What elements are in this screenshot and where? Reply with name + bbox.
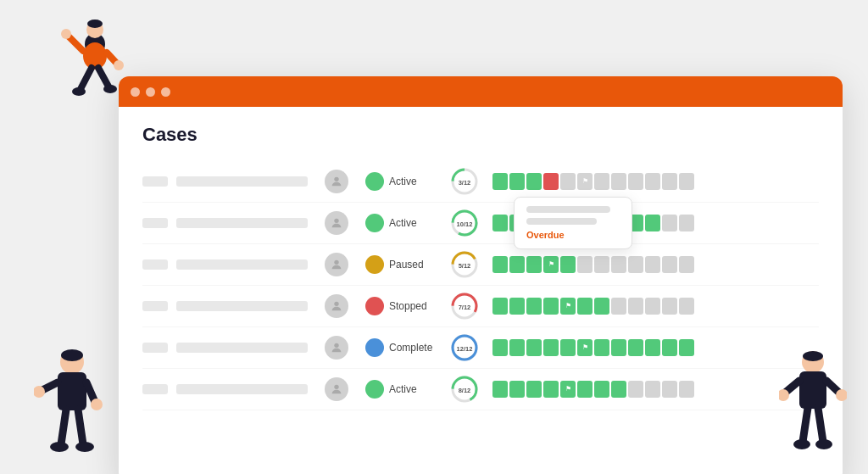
status-indicator: Complete <box>365 338 442 357</box>
svg-line-19 <box>61 410 66 444</box>
svg-text:3/12: 3/12 <box>459 179 471 187</box>
task-cell <box>594 256 609 273</box>
tooltip-line-2 <box>526 218 597 225</box>
task-cell <box>628 381 643 398</box>
table-row[interactable]: Paused 5/12 ⚑ <box>142 244 819 286</box>
progress-badge: 10/12 <box>450 209 479 237</box>
task-cell <box>543 298 559 315</box>
flag-icon: ⚑ <box>582 344 588 351</box>
task-grid: ⚑ <box>492 298 819 315</box>
task-cell <box>628 173 643 190</box>
svg-point-13 <box>61 349 83 361</box>
svg-point-2 <box>83 42 107 70</box>
svg-point-6 <box>114 60 124 70</box>
task-grid: ⚑ <box>492 173 819 190</box>
svg-text:7/12: 7/12 <box>459 304 471 311</box>
browser-content: Cases Overdue Active 3/12 ⚑Active 10/12 … <box>119 107 843 474</box>
status-dot <box>365 297 384 315</box>
task-cell <box>509 256 525 273</box>
cases-table: Active 3/12 ⚑Active 10/12 ⚑Paused 5/12 ⚑… <box>142 161 819 410</box>
svg-line-31 <box>818 408 823 442</box>
task-cell <box>679 215 694 231</box>
status-indicator: Active <box>365 380 442 399</box>
row-name-placeholder <box>176 176 308 187</box>
task-cell <box>679 173 694 190</box>
task-cell <box>509 381 525 398</box>
row-avatar <box>325 294 348 318</box>
row-avatar <box>325 253 348 276</box>
task-cell <box>662 381 677 398</box>
svg-point-32 <box>793 439 810 449</box>
svg-point-38 <box>334 219 338 223</box>
row-avatar <box>325 336 348 360</box>
page-title: Cases <box>142 124 819 146</box>
svg-point-9 <box>72 87 86 96</box>
svg-point-22 <box>75 442 94 452</box>
scene: Cases Overdue Active 3/12 ⚑Active 10/12 … <box>17 17 851 474</box>
svg-point-54 <box>334 385 338 389</box>
svg-point-4 <box>61 29 71 39</box>
task-cell: ⚑ <box>543 256 559 273</box>
svg-point-34 <box>334 177 338 181</box>
task-cell <box>509 298 525 315</box>
task-cell <box>509 339 525 356</box>
svg-point-46 <box>334 302 338 306</box>
task-cell <box>662 298 677 315</box>
table-row[interactable]: Active 3/12 ⚑ <box>142 161 819 203</box>
svg-line-8 <box>98 68 108 86</box>
task-cell <box>679 256 694 273</box>
table-row[interactable]: Active 10/12 ⚑ <box>142 203 819 244</box>
figure-left <box>34 347 110 474</box>
status-label: Active <box>389 217 417 229</box>
task-cell <box>543 381 559 398</box>
row-id-placeholder <box>142 259 168 270</box>
task-cell <box>645 298 660 315</box>
task-cell <box>492 298 508 315</box>
task-cell <box>526 173 542 190</box>
task-cell <box>628 298 643 315</box>
status-dot <box>365 338 384 357</box>
table-row[interactable]: Stopped 7/12 ⚑ <box>142 286 819 327</box>
task-cell <box>645 381 660 398</box>
task-cell <box>492 339 508 356</box>
row-id-placeholder <box>142 384 168 394</box>
task-cell <box>662 339 677 356</box>
table-row[interactable]: Active 8/12 ⚑ <box>142 369 819 410</box>
task-cell <box>560 256 576 273</box>
task-cell <box>492 215 508 231</box>
task-cell <box>679 339 694 356</box>
task-cell <box>611 256 626 273</box>
browser-window: Cases Overdue Active 3/12 ⚑Active 10/12 … <box>119 76 843 474</box>
figure-right <box>779 347 847 474</box>
status-label: Paused <box>389 259 424 270</box>
status-indicator: Stopped <box>365 297 442 315</box>
row-id-placeholder <box>142 343 168 353</box>
row-id-placeholder <box>142 176 168 187</box>
row-avatar <box>325 377 348 401</box>
task-cell <box>662 215 677 231</box>
row-id-placeholder <box>142 301 168 311</box>
tooltip-overdue-label: Overdue <box>526 230 620 240</box>
svg-text:12/12: 12/12 <box>457 345 473 353</box>
status-dot <box>365 172 384 191</box>
task-cell <box>543 173 559 190</box>
task-cell <box>594 298 609 315</box>
flag-icon: ⚑ <box>565 303 571 309</box>
progress-badge: 8/12 <box>450 375 479 404</box>
svg-line-17 <box>86 382 95 402</box>
task-cell <box>645 339 660 356</box>
task-cell <box>628 256 643 273</box>
progress-badge: 5/12 <box>450 250 479 279</box>
table-row[interactable]: Complete 12/12 ⚑ <box>142 327 819 369</box>
svg-point-24 <box>803 351 823 361</box>
task-cell <box>662 256 677 273</box>
status-indicator: Active <box>365 172 442 191</box>
svg-line-30 <box>803 408 808 442</box>
figure-jumper <box>51 17 127 127</box>
svg-line-7 <box>81 68 92 89</box>
svg-point-50 <box>334 343 338 348</box>
task-cell <box>492 256 508 273</box>
status-dot <box>365 255 384 274</box>
svg-line-20 <box>78 410 83 444</box>
svg-rect-14 <box>58 372 86 410</box>
